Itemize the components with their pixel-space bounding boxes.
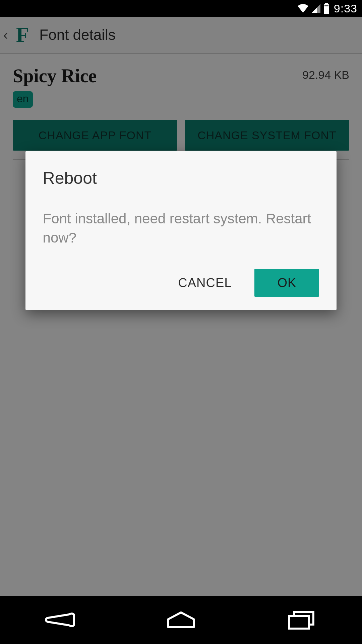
svg-rect-2: [324, 5, 328, 6]
nav-home-button[interactable]: [141, 604, 221, 636]
svg-rect-0: [325, 3, 328, 4]
modal-overlay[interactable]: Reboot Font installed, need restart syst…: [0, 17, 362, 596]
status-bar: 9:33: [0, 0, 362, 17]
status-time: 9:33: [334, 2, 357, 15]
battery-icon: [323, 3, 330, 14]
dialog-title: Reboot: [43, 168, 319, 188]
navigation-bar: [0, 596, 362, 644]
reboot-dialog: Reboot Font installed, need restart syst…: [25, 151, 337, 310]
ok-button[interactable]: OK: [254, 269, 319, 297]
cancel-button[interactable]: CANCEL: [169, 270, 241, 296]
wifi-icon: [297, 3, 309, 13]
cell-signal-icon: [311, 3, 321, 13]
dialog-message: Font installed, need restart system. Res…: [43, 209, 319, 247]
nav-recents-button[interactable]: [261, 604, 342, 636]
dialog-actions: CANCEL OK: [43, 269, 319, 297]
device-frame: 9:33 ‹ F Font details Spicy Rice en 92.9…: [0, 0, 362, 644]
nav-back-button[interactable]: [20, 604, 101, 636]
svg-rect-3: [289, 616, 309, 629]
